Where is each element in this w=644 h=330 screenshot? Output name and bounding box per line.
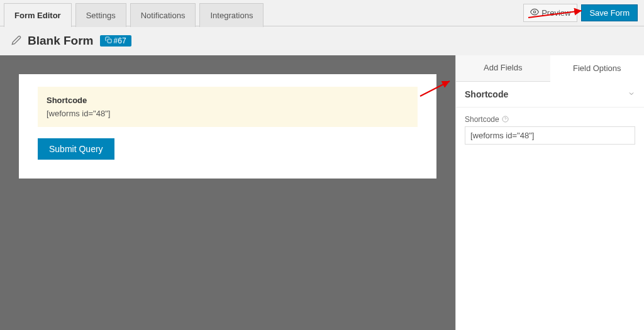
pencil-icon: [11, 35, 21, 47]
help-icon[interactable]: [502, 116, 509, 124]
form-title: Blank Form: [28, 34, 94, 48]
tab-field-options[interactable]: Field Options: [550, 56, 645, 82]
shortcode-field-title: Shortcode: [47, 96, 409, 105]
tab-add-fields[interactable]: Add Fields: [456, 55, 550, 81]
tab-notifications[interactable]: Notifications: [130, 3, 196, 27]
form-id-badge[interactable]: #67: [100, 35, 131, 47]
form-canvas: Shortcode [weforms id="48"] Submit Query: [0, 55, 455, 330]
form-preview: Shortcode [weforms id="48"] Submit Query: [19, 74, 436, 179]
preview-label: Preview: [541, 8, 570, 18]
submit-query-button[interactable]: Submit Query: [38, 138, 114, 160]
shortcode-field-value: [weforms id="48"]: [47, 109, 409, 118]
shortcode-field-block[interactable]: Shortcode [weforms id="48"]: [38, 87, 418, 127]
shortcode-input[interactable]: [465, 126, 635, 145]
svg-point-0: [533, 11, 536, 13]
tab-form-editor[interactable]: Form Editor: [4, 3, 72, 27]
eye-icon: [530, 8, 539, 18]
preview-button[interactable]: Preview: [523, 4, 577, 22]
tab-integrations[interactable]: Integrations: [199, 3, 264, 27]
shortcode-input-label: Shortcode: [465, 115, 499, 124]
save-form-button[interactable]: Save Form: [581, 4, 638, 21]
form-id-label: #67: [114, 36, 126, 45]
svg-rect-1: [108, 39, 111, 43]
copy-icon: [105, 36, 112, 45]
tab-settings[interactable]: Settings: [75, 3, 126, 27]
accordion-title: Shortcode: [465, 89, 508, 99]
chevron-down-icon: [628, 89, 635, 99]
sidebar: Add Fields Field Options Shortcode Short…: [455, 55, 644, 330]
accordion-shortcode[interactable]: Shortcode: [456, 82, 644, 107]
